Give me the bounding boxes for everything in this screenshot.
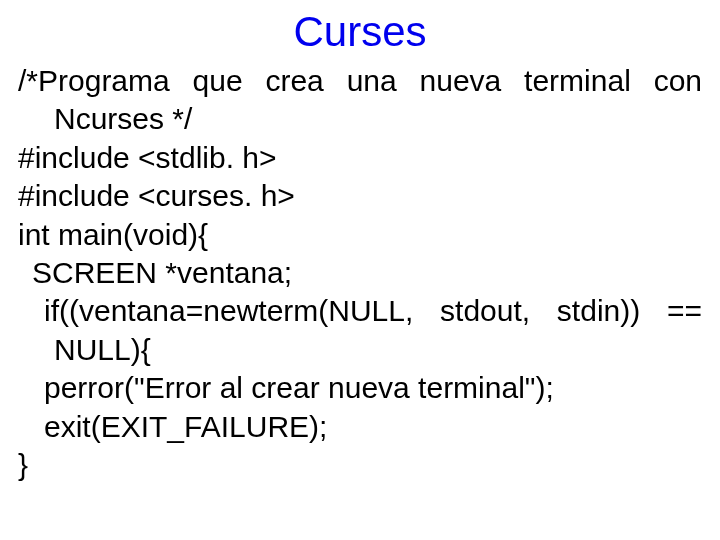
code-perror: perror("Error al crear nueva terminal");: [18, 369, 702, 407]
code-if-line: if((ventana=newterm(NULL, stdout, stdin)…: [18, 292, 702, 330]
code-null-line: NULL){: [18, 331, 702, 369]
code-block: /*Programa que crea una nueva terminal c…: [18, 62, 702, 484]
code-comment-2: Ncurses */: [18, 100, 702, 138]
code-screen-decl: SCREEN *ventana;: [18, 254, 702, 292]
code-include-2: #include <curses. h>: [18, 177, 702, 215]
code-include-1: #include <stdlib. h>: [18, 139, 702, 177]
code-exit: exit(EXIT_FAILURE);: [18, 408, 702, 446]
code-comment-1: /*Programa que crea una nueva terminal c…: [18, 62, 702, 100]
code-close-brace: }: [18, 446, 702, 484]
code-main: int main(void){: [18, 216, 702, 254]
page-title: Curses: [18, 8, 702, 56]
